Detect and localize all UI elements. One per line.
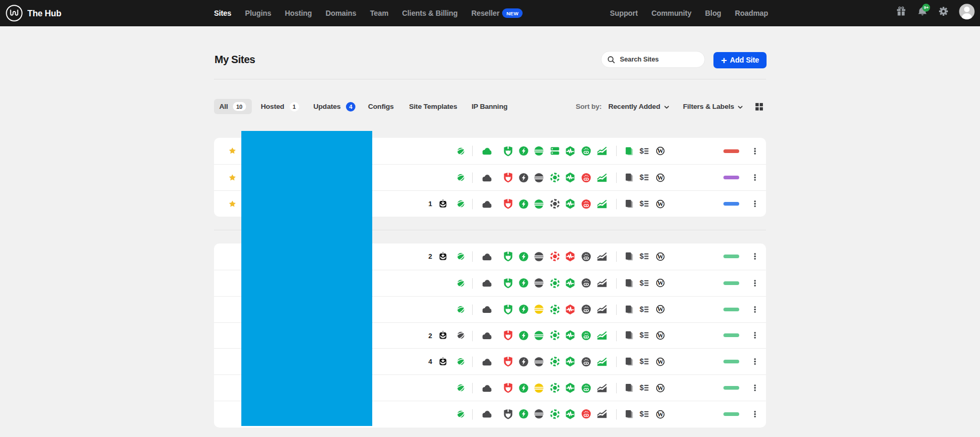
svg-text:W: W xyxy=(657,201,663,207)
svg-text:W: W xyxy=(657,148,663,154)
svg-text:W: W xyxy=(657,253,663,260)
svg-text:W: W xyxy=(657,411,663,418)
svg-text:W: W xyxy=(657,175,663,181)
svg-text:W: W xyxy=(657,306,663,312)
svg-text:W: W xyxy=(657,332,663,339)
svg-text:$: $ xyxy=(639,147,644,155)
svg-text:$: $ xyxy=(639,279,644,287)
svg-text:$: $ xyxy=(639,174,644,181)
svg-text:$: $ xyxy=(639,410,644,418)
svg-text:W: W xyxy=(657,280,663,286)
svg-text:W: W xyxy=(657,359,663,365)
svg-text:$: $ xyxy=(639,306,644,313)
svg-text:$: $ xyxy=(639,384,644,392)
svg-text:$: $ xyxy=(639,252,644,260)
svg-text:W: W xyxy=(657,385,663,391)
svg-text:$: $ xyxy=(639,358,644,365)
svg-text:$: $ xyxy=(639,331,644,339)
svg-text:$: $ xyxy=(639,200,644,208)
